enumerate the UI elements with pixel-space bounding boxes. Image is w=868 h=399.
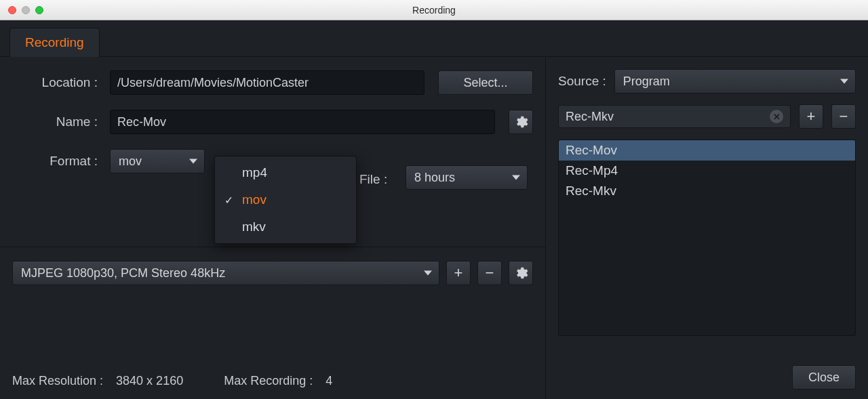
format-dropdown-popup: mp4 mov mkv — [214, 156, 357, 244]
format-select-value: mov — [119, 154, 142, 169]
chevron-down-icon — [840, 79, 848, 84]
source-value: Program — [623, 75, 670, 89]
chevron-down-icon — [189, 159, 197, 164]
recording-list[interactable]: Rec-Mov Rec-Mp4 Rec-Mkv — [558, 140, 856, 336]
divider — [0, 247, 545, 247]
source-select[interactable]: Program — [614, 69, 856, 93]
max-resolution-value: 3840 x 2160 — [116, 374, 183, 387]
name-field[interactable]: Rec-Mov — [110, 110, 495, 134]
titlebar: Recording — [0, 0, 868, 20]
name-label: Name : — [12, 114, 103, 129]
zoom-window-icon[interactable] — [35, 6, 43, 14]
chevron-down-icon — [424, 271, 432, 276]
format-label: Format : — [12, 154, 103, 169]
format-option-mkv[interactable]: mkv — [215, 213, 356, 240]
max-recording-label: Max Recording : — [224, 374, 313, 387]
footer-status: Max Resolution : 3840 x 2160 Max Recordi… — [12, 374, 533, 388]
location-label: Location : — [12, 75, 103, 90]
recording-remove-button[interactable]: − — [831, 104, 856, 129]
tab-recording[interactable]: Recording — [9, 28, 100, 57]
traffic-lights — [0, 6, 43, 14]
encoding-select[interactable]: MJPEG 1080p30, PCM Stereo 48kHz — [12, 261, 439, 285]
tab-bar: Recording — [0, 20, 868, 57]
close-window-icon[interactable] — [8, 6, 16, 14]
format-select[interactable]: mov — [110, 149, 205, 173]
right-panel: Source : Program Rec-Mkv ✕ + − Rec-Mov R… — [546, 57, 868, 399]
format-option-mp4[interactable]: mp4 — [215, 159, 356, 186]
chip-label: Rec-Mkv — [566, 110, 764, 124]
close-button[interactable]: Close — [792, 365, 856, 390]
list-item[interactable]: Rec-Mp4 — [559, 161, 855, 181]
location-field[interactable]: /Users/dream/Movies/MotionCaster — [110, 70, 425, 95]
name-settings-button[interactable] — [509, 110, 533, 134]
window-title: Recording — [0, 5, 868, 16]
content-area: Recording Location : /Users/dream/Movies… — [0, 20, 868, 399]
format-option-mov[interactable]: mov — [215, 186, 356, 213]
encoding-value: MJPEG 1080p30, PCM Stereo 48kHz — [21, 266, 225, 280]
encoding-add-button[interactable]: + — [446, 261, 471, 285]
file-duration-select[interactable]: 8 hours — [406, 165, 528, 190]
max-resolution-label: Max Resolution : — [12, 374, 103, 387]
max-recording-value: 4 — [326, 374, 332, 387]
file-duration-value: 8 hours — [414, 171, 455, 185]
encoding-remove-button[interactable]: − — [477, 261, 502, 285]
recording-add-button[interactable]: + — [799, 104, 823, 129]
list-item[interactable]: Rec-Mkv — [559, 181, 855, 201]
chevron-down-icon — [512, 175, 520, 180]
list-item[interactable]: Rec-Mov — [559, 140, 855, 161]
source-label: Source : — [558, 74, 606, 89]
chip-remove-icon[interactable]: ✕ — [770, 110, 783, 123]
file-label: File : — [359, 172, 387, 187]
gear-icon — [513, 266, 528, 280]
encoding-settings-button[interactable] — [509, 261, 533, 285]
gear-icon — [513, 114, 528, 129]
left-panel: Location : /Users/dream/Movies/MotionCas… — [0, 57, 546, 399]
selected-recording-chip: Rec-Mkv ✕ — [558, 105, 791, 128]
select-location-button[interactable]: Select... — [438, 70, 533, 95]
minimize-window-icon — [22, 6, 30, 14]
